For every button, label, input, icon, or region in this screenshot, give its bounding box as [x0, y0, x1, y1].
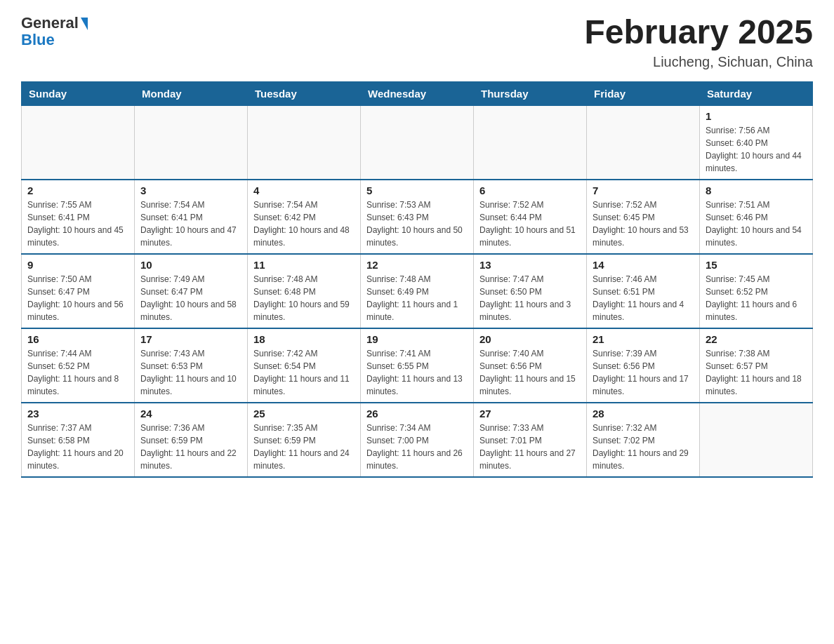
day-info: Sunrise: 7:50 AM Sunset: 6:47 PM Dayligh…: [27, 273, 128, 323]
calendar-week-row: 2Sunrise: 7:55 AM Sunset: 6:41 PM Daylig…: [22, 180, 813, 254]
day-number: 4: [253, 185, 355, 196]
day-info: Sunrise: 7:39 AM Sunset: 6:56 PM Dayligh…: [593, 347, 694, 398]
calendar-cell: 2Sunrise: 7:55 AM Sunset: 6:41 PM Daylig…: [22, 180, 135, 254]
header-wednesday: Wednesday: [361, 81, 474, 105]
calendar-cell: 23Sunrise: 7:37 AM Sunset: 6:58 PM Dayli…: [22, 403, 135, 477]
calendar-cell: 9Sunrise: 7:50 AM Sunset: 6:47 PM Daylig…: [22, 254, 135, 328]
day-info: Sunrise: 7:34 AM Sunset: 7:00 PM Dayligh…: [366, 422, 468, 472]
day-number: 19: [366, 333, 468, 345]
day-number: 6: [479, 185, 581, 196]
calendar-week-row: 16Sunrise: 7:44 AM Sunset: 6:52 PM Dayli…: [22, 328, 813, 403]
day-number: 14: [593, 259, 694, 271]
calendar-cell: [361, 105, 474, 180]
day-number: 27: [479, 408, 581, 420]
calendar-cell: 27Sunrise: 7:33 AM Sunset: 7:01 PM Dayli…: [474, 403, 587, 477]
day-number: 8: [706, 185, 807, 196]
day-info: Sunrise: 7:52 AM Sunset: 6:45 PM Dayligh…: [593, 199, 694, 249]
calendar-cell: 20Sunrise: 7:40 AM Sunset: 6:56 PM Dayli…: [474, 328, 587, 403]
logo-triangle-icon: [81, 18, 88, 30]
calendar-cell: 15Sunrise: 7:45 AM Sunset: 6:52 PM Dayli…: [700, 254, 813, 328]
day-number: 17: [140, 333, 241, 345]
day-info: Sunrise: 7:45 AM Sunset: 6:52 PM Dayligh…: [706, 273, 807, 323]
day-number: 2: [27, 185, 128, 196]
day-number: 13: [479, 259, 581, 271]
day-number: 12: [366, 259, 468, 271]
calendar-cell: [248, 105, 361, 180]
calendar-cell: 11Sunrise: 7:48 AM Sunset: 6:48 PM Dayli…: [248, 254, 361, 328]
title-block: February 2025 Liucheng, Sichuan, China: [584, 14, 813, 70]
calendar-cell: 16Sunrise: 7:44 AM Sunset: 6:52 PM Dayli…: [22, 328, 135, 403]
day-info: Sunrise: 7:44 AM Sunset: 6:52 PM Dayligh…: [27, 347, 128, 398]
calendar-cell: 22Sunrise: 7:38 AM Sunset: 6:57 PM Dayli…: [700, 328, 813, 403]
calendar-cell: [135, 105, 248, 180]
day-info: Sunrise: 7:48 AM Sunset: 6:48 PM Dayligh…: [253, 273, 355, 323]
calendar-cell: [474, 105, 587, 180]
day-number: 28: [593, 408, 694, 420]
day-number: 24: [140, 408, 241, 420]
calendar-title: February 2025: [584, 14, 813, 51]
calendar-cell: 4Sunrise: 7:54 AM Sunset: 6:42 PM Daylig…: [248, 180, 361, 254]
calendar-cell: 18Sunrise: 7:42 AM Sunset: 6:54 PM Dayli…: [248, 328, 361, 403]
day-info: Sunrise: 7:35 AM Sunset: 6:59 PM Dayligh…: [253, 422, 355, 472]
logo-general-text: General: [21, 14, 79, 32]
day-number: 9: [27, 259, 128, 271]
header-sunday: Sunday: [22, 81, 135, 105]
calendar-cell: 19Sunrise: 7:41 AM Sunset: 6:55 PM Dayli…: [361, 328, 474, 403]
day-info: Sunrise: 7:52 AM Sunset: 6:44 PM Dayligh…: [479, 199, 581, 249]
day-number: 15: [706, 259, 807, 271]
day-info: Sunrise: 7:38 AM Sunset: 6:57 PM Dayligh…: [706, 347, 807, 398]
page-header: General Blue February 2025 Liucheng, Sic…: [21, 14, 813, 70]
day-number: 23: [27, 408, 128, 420]
day-number: 1: [706, 110, 807, 122]
calendar-cell: 12Sunrise: 7:48 AM Sunset: 6:49 PM Dayli…: [361, 254, 474, 328]
calendar-cell: 13Sunrise: 7:47 AM Sunset: 6:50 PM Dayli…: [474, 254, 587, 328]
calendar-header-row: SundayMondayTuesdayWednesdayThursdayFrid…: [22, 81, 813, 105]
logo-blue-text: Blue: [21, 31, 55, 49]
calendar-cell: 10Sunrise: 7:49 AM Sunset: 6:47 PM Dayli…: [135, 254, 248, 328]
day-number: 10: [140, 259, 241, 271]
day-info: Sunrise: 7:43 AM Sunset: 6:53 PM Dayligh…: [140, 347, 241, 398]
header-tuesday: Tuesday: [248, 81, 361, 105]
day-number: 3: [140, 185, 241, 196]
day-number: 16: [27, 333, 128, 345]
day-info: Sunrise: 7:40 AM Sunset: 6:56 PM Dayligh…: [479, 347, 581, 398]
calendar-cell: 26Sunrise: 7:34 AM Sunset: 7:00 PM Dayli…: [361, 403, 474, 477]
calendar-week-row: 9Sunrise: 7:50 AM Sunset: 6:47 PM Daylig…: [22, 254, 813, 328]
day-info: Sunrise: 7:51 AM Sunset: 6:46 PM Dayligh…: [706, 199, 807, 249]
calendar-subtitle: Liucheng, Sichuan, China: [584, 54, 813, 70]
day-number: 21: [593, 333, 694, 345]
calendar-cell: 6Sunrise: 7:52 AM Sunset: 6:44 PM Daylig…: [474, 180, 587, 254]
calendar-week-row: 1Sunrise: 7:56 AM Sunset: 6:40 PM Daylig…: [22, 105, 813, 180]
calendar-cell: 25Sunrise: 7:35 AM Sunset: 6:59 PM Dayli…: [248, 403, 361, 477]
calendar-cell: 8Sunrise: 7:51 AM Sunset: 6:46 PM Daylig…: [700, 180, 813, 254]
day-info: Sunrise: 7:46 AM Sunset: 6:51 PM Dayligh…: [593, 273, 694, 323]
day-number: 20: [479, 333, 581, 345]
calendar-cell: [700, 403, 813, 477]
day-number: 22: [706, 333, 807, 345]
day-number: 5: [366, 185, 468, 196]
day-info: Sunrise: 7:49 AM Sunset: 6:47 PM Dayligh…: [140, 273, 241, 323]
calendar-cell: 3Sunrise: 7:54 AM Sunset: 6:41 PM Daylig…: [135, 180, 248, 254]
calendar-cell: [587, 105, 700, 180]
day-info: Sunrise: 7:55 AM Sunset: 6:41 PM Dayligh…: [27, 199, 128, 249]
day-number: 11: [253, 259, 355, 271]
calendar-week-row: 23Sunrise: 7:37 AM Sunset: 6:58 PM Dayli…: [22, 403, 813, 477]
calendar-cell: [22, 105, 135, 180]
day-info: Sunrise: 7:54 AM Sunset: 6:41 PM Dayligh…: [140, 199, 241, 249]
calendar-cell: 24Sunrise: 7:36 AM Sunset: 6:59 PM Dayli…: [135, 403, 248, 477]
header-monday: Monday: [135, 81, 248, 105]
day-number: 7: [593, 185, 694, 196]
day-info: Sunrise: 7:33 AM Sunset: 7:01 PM Dayligh…: [479, 422, 581, 472]
calendar-cell: 17Sunrise: 7:43 AM Sunset: 6:53 PM Dayli…: [135, 328, 248, 403]
day-number: 26: [366, 408, 468, 420]
day-info: Sunrise: 7:36 AM Sunset: 6:59 PM Dayligh…: [140, 422, 241, 472]
calendar-cell: 28Sunrise: 7:32 AM Sunset: 7:02 PM Dayli…: [587, 403, 700, 477]
day-info: Sunrise: 7:37 AM Sunset: 6:58 PM Dayligh…: [27, 422, 128, 472]
day-info: Sunrise: 7:56 AM Sunset: 6:40 PM Dayligh…: [706, 124, 807, 175]
calendar-cell: 1Sunrise: 7:56 AM Sunset: 6:40 PM Daylig…: [700, 105, 813, 180]
day-info: Sunrise: 7:48 AM Sunset: 6:49 PM Dayligh…: [366, 273, 468, 323]
day-info: Sunrise: 7:47 AM Sunset: 6:50 PM Dayligh…: [479, 273, 581, 323]
header-friday: Friday: [587, 81, 700, 105]
day-number: 25: [253, 408, 355, 420]
header-thursday: Thursday: [474, 81, 587, 105]
